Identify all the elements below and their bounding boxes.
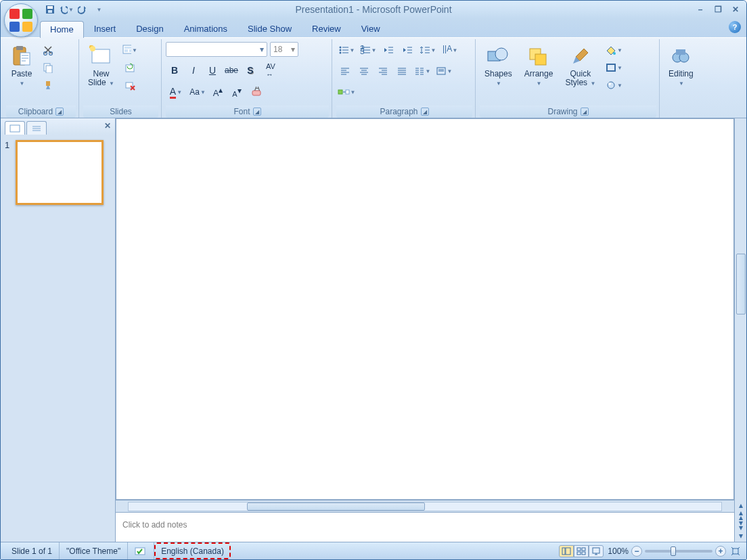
help-button[interactable]: ? [729, 21, 741, 33]
change-case-button[interactable]: Aa▼ [187, 84, 208, 100]
align-text-button[interactable]: ▼ [434, 63, 454, 79]
cut-button[interactable] [40, 42, 56, 58]
tab-slideshow[interactable]: Slide Show [237, 20, 302, 37]
tab-insert[interactable]: Insert [84, 20, 127, 37]
horizontal-scrollbar[interactable] [116, 500, 734, 512]
status-theme[interactable]: "Office Theme" [60, 542, 128, 559]
shrink-font-button[interactable]: A▾ [228, 84, 246, 100]
undo-button[interactable]: ▼ [59, 2, 74, 17]
tab-animations[interactable]: Animations [174, 20, 237, 37]
grow-font-button[interactable]: A▴ [209, 84, 227, 100]
align-right-button[interactable] [374, 63, 392, 79]
align-left-button[interactable] [336, 63, 354, 79]
maximize-button[interactable]: ❐ [710, 3, 726, 16]
notes-placeholder: Click to add notes [122, 520, 187, 530]
shape-outline-button[interactable]: ▼ [603, 60, 625, 76]
dialog-launcher-icon[interactable]: ◢ [581, 108, 589, 116]
text-direction-button[interactable]: ||A▼ [439, 42, 459, 58]
tab-home[interactable]: Home [40, 21, 84, 38]
outline-tab[interactable] [26, 121, 47, 135]
zoom-level[interactable]: 100% [608, 546, 629, 556]
slideshow-view-button[interactable] [589, 545, 604, 557]
dialog-launcher-icon[interactable]: ◢ [253, 108, 261, 116]
scroll-thumb[interactable] [736, 254, 746, 314]
sorter-view-button[interactable] [574, 545, 589, 557]
align-center-button[interactable] [355, 63, 373, 79]
bold-button[interactable]: B [166, 62, 183, 78]
numbering-button[interactable]: 123▼ [358, 42, 378, 58]
svg-point-12 [90, 46, 95, 51]
format-painter-button[interactable] [40, 77, 56, 93]
clear-formatting-button[interactable]: A [247, 84, 267, 100]
svg-rect-48 [577, 552, 581, 555]
convert-smartart-button[interactable]: ▼ [336, 84, 357, 100]
increase-indent-button[interactable] [399, 42, 416, 58]
fit-to-window-button[interactable] [729, 545, 742, 557]
line-spacing-button[interactable]: ▼ [417, 42, 438, 58]
font-name-combo[interactable]: ▾ [166, 42, 267, 57]
chevron-down-icon: ▼ [590, 80, 595, 87]
powerpoint-window: ▼ ▼ Presentation1 - Microsoft PowerPoint… [0, 0, 747, 560]
slide-canvas[interactable] [116, 118, 734, 500]
slides-tab[interactable] [5, 121, 25, 135]
copy-button[interactable] [40, 60, 56, 76]
scroll-thumb[interactable] [247, 503, 425, 511]
svg-rect-30 [346, 90, 349, 94]
status-spellcheck[interactable] [128, 542, 154, 559]
tab-view[interactable]: View [351, 20, 390, 37]
shapes-button[interactable]: Shapes▼ [480, 42, 517, 103]
next-slide-double[interactable]: ▾▾ [739, 521, 743, 530]
zoom-out-button[interactable]: − [631, 546, 642, 557]
normal-view-button[interactable] [559, 545, 574, 557]
reset-icon [124, 62, 135, 73]
notes-pane[interactable]: Click to add notes [116, 512, 734, 542]
close-button[interactable]: ✕ [727, 3, 744, 16]
layout-button[interactable]: ▼ [122, 42, 138, 58]
dialog-launcher-icon[interactable]: ◢ [55, 108, 64, 116]
status-bar: Slide 1 of 1 "Office Theme" English (Can… [1, 542, 746, 559]
view-buttons [559, 545, 604, 557]
character-spacing-button[interactable]: AV↔ [261, 62, 281, 78]
panel-close-button[interactable]: ✕ [104, 121, 111, 131]
quick-styles-button[interactable]: QuickStyles ▼ [560, 42, 600, 103]
shape-effects-button[interactable]: ▼ [603, 77, 625, 93]
vertical-scrollbar[interactable]: ▴ ▴▴ ▾▾ ▾ [734, 118, 746, 542]
font-size-combo[interactable]: 18▾ [270, 42, 298, 57]
shape-fill-button[interactable]: ▼ [603, 42, 625, 58]
status-language-highlighted[interactable]: English (Canada) [154, 542, 231, 559]
minimize-button[interactable]: – [692, 3, 708, 16]
editing-button[interactable]: Editing▼ [664, 42, 698, 103]
decrease-indent-button[interactable] [380, 42, 397, 58]
strikethrough-button[interactable]: abe [223, 62, 240, 78]
thumbnails[interactable]: 1 [1, 135, 115, 542]
zoom-slider[interactable] [645, 550, 712, 553]
zoom-in-button[interactable]: + [715, 546, 726, 557]
zoom-slider-thumb[interactable] [671, 546, 676, 556]
italic-button[interactable]: I [185, 62, 202, 78]
tab-review[interactable]: Review [302, 20, 351, 37]
next-slide-button[interactable]: ▾ [739, 531, 743, 540]
columns-button[interactable]: ▼ [412, 63, 432, 79]
qat-customize-button[interactable]: ▼ [91, 2, 106, 17]
dialog-launcher-icon[interactable]: ◢ [421, 108, 429, 116]
bullets-button[interactable]: ▼ [336, 42, 357, 58]
font-color-button[interactable]: A▼ [166, 84, 186, 100]
office-button[interactable] [4, 3, 38, 37]
tab-design[interactable]: Design [126, 20, 173, 37]
new-slide-button[interactable]: NewSlide ▼ [83, 42, 119, 103]
delete-slide-button[interactable] [122, 77, 138, 93]
shadow-button[interactable]: S [242, 62, 259, 78]
justify-button[interactable] [393, 63, 411, 79]
svg-rect-11 [92, 49, 110, 63]
paste-button[interactable]: Paste▼ [6, 42, 37, 103]
save-button[interactable] [43, 2, 58, 17]
status-slide-count[interactable]: Slide 1 of 1 [5, 542, 60, 559]
reset-button[interactable] [122, 60, 138, 76]
slide-thumbnail[interactable]: 1 [5, 140, 111, 205]
slide-preview[interactable] [16, 140, 104, 205]
arrange-button[interactable]: Arrange▼ [520, 42, 558, 103]
group-label: Font [233, 107, 250, 116]
underline-button[interactable]: U [204, 62, 221, 78]
svg-rect-14 [124, 47, 131, 49]
redo-button[interactable] [75, 2, 90, 17]
